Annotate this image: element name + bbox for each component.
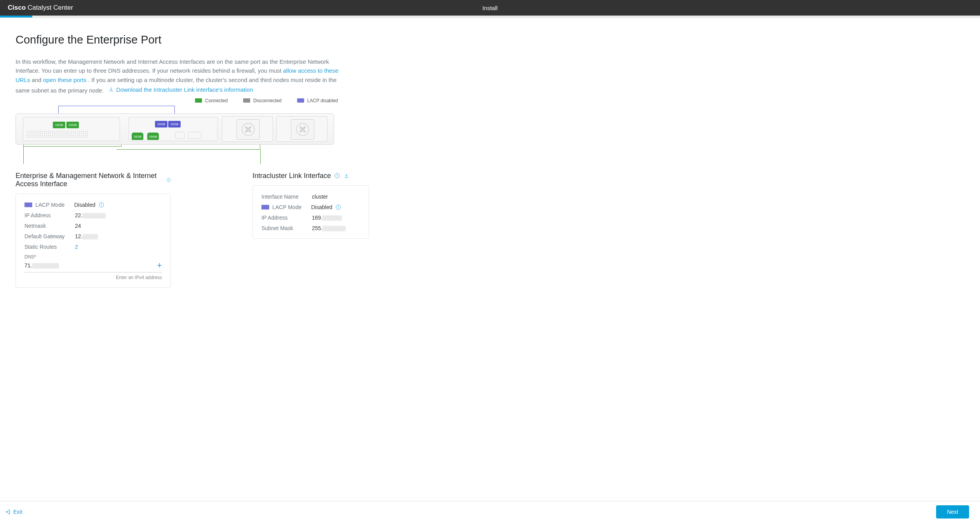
fan-1 — [237, 119, 260, 140]
device-diagram: 10GB 10GB 10GB 10GB 10GB 10GB — [16, 106, 338, 164]
intro-and: and — [32, 77, 43, 83]
enterprise-card: LACP Mode Disabled IP Address 22. Netmas… — [16, 194, 171, 288]
info-icon[interactable] — [98, 202, 104, 208]
legend-lacp-label: LACP disabled — [307, 98, 338, 103]
exit-button[interactable]: Exit — [5, 509, 22, 515]
download-intracluster-info[interactable]: Download the Intracluster Link interface… — [108, 85, 253, 94]
lacp-chip-icon — [261, 205, 269, 209]
enterprise-routes-value[interactable]: 2 — [75, 244, 78, 250]
legend-connected: Connected — [195, 98, 228, 103]
intracluster-mask-label: Subnet Mask — [261, 225, 312, 231]
intracluster-column: Intracluster Link Interface Interface Na… — [252, 172, 369, 288]
fan-2 — [291, 119, 314, 140]
masked-value — [82, 234, 98, 239]
swatch-disconnected — [243, 98, 250, 103]
lacp-chip-icon — [24, 203, 32, 207]
intracluster-ifname-value: cluster — [312, 194, 328, 200]
header-title: Install — [482, 5, 498, 11]
misc-port-1 — [175, 132, 185, 139]
dns-hint: Enter an IPv4 address — [24, 275, 162, 280]
enterprise-netmask-label: Netmask — [24, 223, 75, 229]
dns-value-prefix: 71. — [24, 262, 32, 269]
app-header: Cisco Catalyst Center Install — [0, 0, 980, 16]
port-plug-1-label: 10GB — [132, 133, 143, 140]
swatch-connected — [195, 98, 202, 103]
enterprise-routes-row: Static Routes 2 — [24, 244, 162, 250]
enterprise-ip-row: IP Address 22. — [24, 212, 162, 218]
brand-rest: Catalyst Center — [28, 4, 73, 11]
misc-port-2 — [188, 132, 202, 139]
intracluster-ip-label: IP Address — [261, 215, 312, 221]
enterprise-ip-prefix: 22. — [75, 212, 82, 218]
masked-value — [82, 213, 106, 218]
legend-connected-label: Connected — [205, 98, 228, 103]
exit-label: Exit — [13, 509, 22, 515]
intracluster-title: Intracluster Link Interface — [252, 172, 369, 180]
brand-bold: Cisco — [8, 4, 26, 11]
dotgrid-left — [26, 130, 88, 138]
download-icon — [108, 87, 114, 92]
intro-text: In this workflow, the Management Network… — [16, 57, 342, 95]
enterprise-routes-label: Static Routes — [24, 244, 75, 250]
intracluster-title-text: Intracluster Link Interface — [252, 172, 331, 180]
enterprise-netmask-value: 24 — [75, 223, 81, 229]
info-icon[interactable] — [334, 173, 340, 179]
masked-value — [322, 215, 342, 221]
required-asterisk: * — [34, 254, 36, 260]
connector-enterprise-down — [23, 147, 24, 164]
enterprise-gateway-prefix: 12. — [75, 233, 82, 239]
intracluster-ip-prefix: 169. — [312, 215, 322, 221]
intracluster-ip-value: 169. — [312, 215, 342, 221]
enterprise-lacp-label: LACP Mode — [35, 202, 74, 208]
masked-value — [32, 263, 59, 269]
intracluster-lacp-row: LACP Mode Disabled — [261, 204, 360, 210]
connector-intracluster-down — [260, 150, 261, 164]
port-plug-2-label: 10GB — [147, 133, 159, 140]
intracluster-lacp-value: Disabled — [311, 204, 332, 210]
info-icon[interactable] — [166, 177, 171, 183]
enterprise-ip-value: 22. — [75, 212, 106, 218]
port-intracluster-2: 10GB — [168, 121, 181, 127]
exit-icon — [5, 509, 11, 515]
enterprise-ip-label: IP Address — [24, 212, 75, 218]
intracluster-card: Interface Name cluster LACP Mode Disable… — [252, 185, 369, 239]
svg-point-1 — [296, 123, 309, 136]
page-body: Configure the Enterprise Port In this wo… — [0, 18, 583, 326]
intracluster-lacp-label: LACP Mode — [272, 204, 311, 210]
enterprise-gateway-row: Default Gateway 12. — [24, 233, 162, 239]
enterprise-title: Enterprise & Management Network & Intern… — [16, 172, 171, 188]
enterprise-lacp-row: LACP Mode Disabled — [24, 202, 162, 208]
svg-point-10 — [337, 175, 338, 175]
port-enterprise-2: 10GB — [66, 122, 79, 128]
dns-input[interactable]: 71. — [24, 262, 157, 269]
legend-lacp: LACP disabled — [297, 98, 338, 103]
interface-cards: Enterprise & Management Network & Intern… — [16, 172, 567, 288]
page-title: Configure the Enterprise Port — [16, 33, 567, 46]
port-intracluster-1: 10GB — [155, 121, 167, 127]
brand: Cisco Catalyst Center — [8, 4, 73, 12]
legend-disconnected: Disconnected — [243, 98, 282, 103]
dns-block: DNS* 71. + Enter an IPv4 address — [24, 254, 162, 280]
intracluster-mask-prefix: 255. — [312, 225, 322, 231]
info-icon[interactable] — [335, 204, 341, 210]
dns-label-text: DNS — [24, 254, 34, 260]
enterprise-lacp-value: Disabled — [74, 202, 95, 208]
legend: Connected Disconnected LACP disabled — [16, 98, 338, 103]
svg-point-0 — [242, 123, 254, 136]
device-chassis: 10GB 10GB 10GB 10GB 10GB 10GB — [16, 113, 334, 145]
enterprise-title-text: Enterprise & Management Network & Intern… — [16, 172, 163, 188]
swatch-lacp — [297, 98, 304, 103]
download-link-text: Download the Intracluster Link interface… — [116, 85, 253, 94]
svg-point-13 — [338, 206, 339, 206]
link-open-ports[interactable]: open these ports — [43, 77, 87, 83]
intracluster-ifname-label: Interface Name — [261, 194, 312, 200]
next-button[interactable]: Next — [936, 505, 969, 519]
add-dns-button[interactable]: + — [157, 261, 162, 270]
port-enterprise-1: 10GB — [53, 122, 65, 128]
dns-input-row[interactable]: 71. + — [24, 260, 162, 272]
enterprise-gateway-value: 12. — [75, 233, 98, 239]
svg-point-4 — [169, 179, 169, 179]
enterprise-netmask-row: Netmask 24 — [24, 223, 162, 229]
intro-part1: In this workflow, the Management Network… — [16, 58, 329, 74]
download-icon[interactable] — [343, 173, 350, 179]
